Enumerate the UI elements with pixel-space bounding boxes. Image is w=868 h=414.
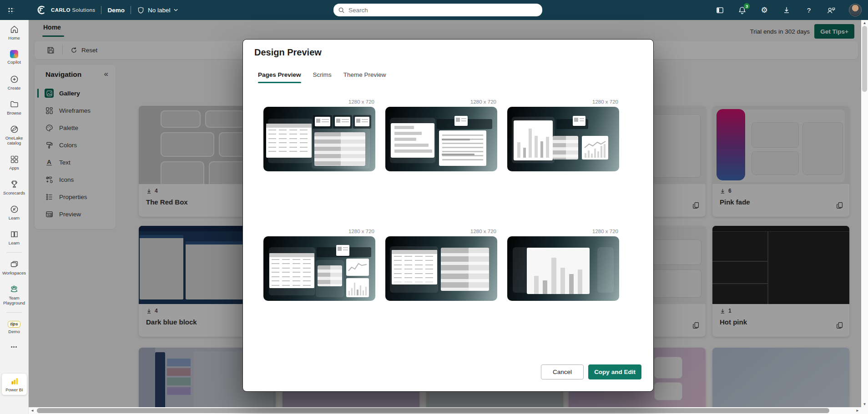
powerbi-switcher[interactable]: Power BI <box>2 374 27 395</box>
rail-item-learn[interactable]: Learn <box>0 225 29 250</box>
side-panel-icon[interactable] <box>715 5 724 15</box>
rail-item-team-playground[interactable]: Team Playground <box>0 280 29 310</box>
page-preview-image[interactable] <box>385 107 497 171</box>
notification-badge: 3 <box>743 3 750 10</box>
book-icon <box>10 229 19 239</box>
thumbnail-caption: 1280 x 720 <box>507 229 619 234</box>
brand[interactable]: CARLO Solutions <box>35 4 95 16</box>
copy-and-edit-button[interactable]: Copy and Edit <box>588 364 641 379</box>
horizontal-scroll-thumb[interactable] <box>37 408 829 413</box>
dialog-footer: Cancel Copy and Edit <box>243 364 641 379</box>
user-avatar[interactable] <box>849 4 862 16</box>
page-preview-image[interactable] <box>263 236 375 301</box>
folder-icon <box>10 100 19 109</box>
page-thumbnail-3: 1280 x 720 <box>507 99 619 171</box>
sensitivity-label-selector[interactable]: No label <box>137 6 179 14</box>
shield-icon <box>137 6 145 14</box>
scroll-right-icon[interactable]: ► <box>855 409 860 413</box>
app-launcher-icon[interactable] <box>7 7 14 14</box>
team-icon <box>9 284 19 294</box>
left-nav-rail: Home Copilot Create Browse OneLake catal… <box>0 20 29 414</box>
dialog-tabs: Pages Preview Scrims Theme Preview <box>258 71 386 83</box>
topbar-actions: 3 ⚙ ? <box>715 0 862 20</box>
scrollbar-corner <box>861 407 868 414</box>
thumbnail-caption: 1280 x 720 <box>385 229 497 234</box>
rail-more-icon[interactable]: ••• <box>11 340 18 354</box>
powerbi-icon <box>10 377 19 386</box>
thumbnail-row: 1280 x 720 1280 x 720 <box>263 99 619 171</box>
monitor-gauge-icon <box>10 205 19 214</box>
notifications-bell-icon[interactable]: 3 <box>737 5 747 15</box>
scroll-up-icon[interactable]: ▲ <box>861 21 868 25</box>
copilot-icon <box>10 50 18 58</box>
onelake-icon <box>10 125 19 134</box>
page-preview-image[interactable] <box>263 107 375 171</box>
rail-item-home[interactable]: Home <box>0 20 29 45</box>
divider <box>131 6 131 14</box>
rail-item-copilot[interactable]: Copilot <box>0 45 29 70</box>
chevron-down-icon <box>173 8 178 12</box>
rail-divider <box>6 252 22 253</box>
rail-item-demo[interactable]: tips Demo <box>0 315 29 340</box>
rail-item-scorecards[interactable]: Scorecards <box>0 175 29 200</box>
thumbnail-caption: 1280 x 720 <box>507 99 619 105</box>
rail-item-monitor[interactable]: Learn <box>0 200 29 225</box>
home-icon <box>10 25 19 34</box>
search-box[interactable] <box>333 4 542 16</box>
thumbnail-caption: 1280 x 720 <box>263 99 375 105</box>
scroll-left-icon[interactable]: ◄ <box>30 409 35 413</box>
label-text: No label <box>148 7 171 14</box>
plus-circle-icon <box>10 75 19 84</box>
trophy-icon <box>10 180 19 189</box>
rail-item-browse[interactable]: Browse <box>0 95 29 120</box>
vertical-scroll-thumb[interactable] <box>862 26 867 92</box>
design-preview-dialog: Design Preview Pages Preview Scrims Them… <box>242 39 654 392</box>
thumbnail-caption: 1280 x 720 <box>263 229 375 234</box>
workspaces-icon <box>10 259 19 269</box>
horizontal-scrollbar[interactable]: ◄ ► <box>29 407 861 414</box>
download-icon[interactable] <box>782 5 791 15</box>
tips-badge: tips <box>8 321 21 328</box>
rail-item-onelake-catalog[interactable]: OneLake catalog <box>0 120 29 150</box>
vertical-scrollbar[interactable]: ▲ ▼ <box>861 20 868 407</box>
page-thumbnail-6: 1280 x 720 <box>507 229 619 301</box>
feedback-icon[interactable] <box>827 5 836 15</box>
search-input[interactable] <box>348 7 538 14</box>
tab-scrims[interactable]: Scrims <box>313 71 332 83</box>
page-thumbnail-2: 1280 x 720 <box>385 99 497 171</box>
page-thumbnail-4: 1280 x 720 <box>263 229 375 301</box>
cancel-button[interactable]: Cancel <box>541 364 584 379</box>
brand-name: CARLO Solutions <box>51 7 95 13</box>
scroll-down-icon[interactable]: ▼ <box>861 402 868 406</box>
tab-pages-preview[interactable]: Pages Preview <box>258 71 301 83</box>
tab-theme-preview[interactable]: Theme Preview <box>343 71 386 83</box>
thumbnail-row: 1280 x 720 <box>263 229 619 301</box>
top-bar: CARLO Solutions Demo No label 3 ⚙ ? <box>0 0 868 20</box>
workspace-name[interactable]: Demo <box>107 7 125 14</box>
brand-logo-icon <box>35 4 47 16</box>
page-preview-image[interactable] <box>507 236 619 301</box>
divider <box>101 6 101 14</box>
settings-gear-icon[interactable]: ⚙ <box>760 5 769 15</box>
page-preview-image[interactable] <box>385 236 497 301</box>
search-icon <box>338 7 345 14</box>
dialog-title: Design Preview <box>254 47 322 58</box>
help-icon[interactable]: ? <box>804 5 813 15</box>
page-thumbnail-1: 1280 x 720 <box>263 99 375 171</box>
rail-item-apps[interactable]: Apps <box>0 150 29 175</box>
page-preview-image[interactable] <box>507 107 619 171</box>
rail-item-workspaces[interactable]: Workspaces <box>0 255 29 280</box>
page-thumbnail-5: 1280 x 720 <box>385 229 497 301</box>
apps-grid-icon <box>10 155 19 164</box>
app-window: CARLO Solutions Demo No label 3 ⚙ ? <box>0 0 868 414</box>
thumbnail-caption: 1280 x 720 <box>385 99 497 105</box>
rail-item-create[interactable]: Create <box>0 70 29 95</box>
rail-divider <box>6 312 22 313</box>
